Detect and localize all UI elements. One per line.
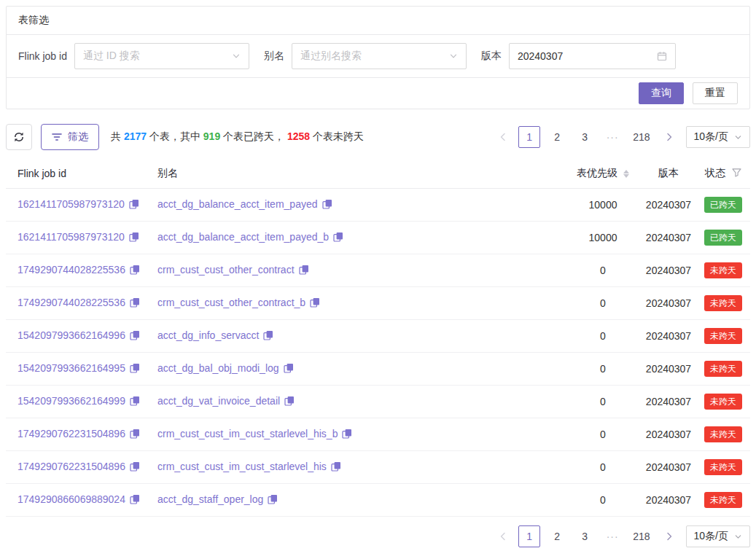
- copy-icon[interactable]: [130, 265, 140, 277]
- next-page-button[interactable]: [660, 126, 680, 148]
- copy-icon[interactable]: [263, 331, 273, 343]
- copy-icon[interactable]: [322, 200, 332, 211]
- table-stats: 共 2177 个表，其中 919 个表已跨天， 1258 个表未跨天: [111, 130, 364, 144]
- version-cell: 20240307: [641, 189, 696, 222]
- alias-link[interactable]: acct_dg_bal_obj_modi_log: [157, 362, 279, 374]
- copy-icon[interactable]: [268, 495, 278, 507]
- page-size-select[interactable]: 10条/页: [686, 126, 750, 148]
- copy-icon[interactable]: [130, 396, 140, 408]
- prev-page-button[interactable]: [492, 126, 513, 148]
- search-button[interactable]: 查询: [639, 82, 684, 104]
- page-button-1[interactable]: 1: [518, 126, 540, 148]
- flink-job-id-link[interactable]: 1542097993662164996: [17, 329, 125, 341]
- status-cell: 已跨天: [696, 189, 750, 222]
- flink-job-id-link[interactable]: 1749290762231504896: [17, 428, 125, 439]
- version-input[interactable]: [518, 50, 657, 62]
- copy-icon[interactable]: [129, 232, 139, 244]
- filter-card-title: 表筛选: [7, 7, 749, 35]
- stats-total-count: 2177: [124, 130, 147, 142]
- copy-icon[interactable]: [130, 298, 140, 310]
- status-cell: 未跨天: [696, 254, 750, 287]
- page-list: 123···218: [518, 525, 653, 547]
- table-header-row: Flink job id 别名 表优先级 版本 状态: [6, 159, 750, 189]
- priority-cell: 0: [565, 386, 641, 418]
- page-button-2[interactable]: 2: [546, 126, 568, 148]
- table-row: 1749290762231504896 crm_cust_cust_im_cus…: [6, 418, 750, 451]
- page-size-select[interactable]: 10条/页: [686, 525, 750, 547]
- status-cell: 未跨天: [696, 353, 750, 386]
- status-header-label: 状态: [705, 167, 725, 180]
- table-row: 1542097993662164995 acct_dg_bal_obj_modi…: [6, 353, 750, 386]
- stats-uncrossed-count: 1258: [287, 130, 310, 142]
- copy-icon[interactable]: [299, 265, 309, 277]
- alias-link[interactable]: acct_dg_balance_acct_item_payed: [157, 198, 318, 210]
- pagination-bottom: 123···218 10条/页: [492, 525, 750, 547]
- status-cell: 未跨天: [696, 320, 750, 353]
- column-header-priority: 表优先级: [565, 159, 641, 189]
- copy-icon[interactable]: [331, 462, 341, 474]
- copy-icon[interactable]: [130, 462, 140, 474]
- table-body: 1621411705987973120 acct_dg_balance_acct…: [6, 189, 750, 517]
- next-page-button[interactable]: [660, 525, 680, 547]
- copy-icon[interactable]: [130, 364, 140, 375]
- reset-button[interactable]: 重置: [693, 82, 738, 104]
- page-button-3[interactable]: 3: [574, 126, 596, 148]
- alias-link[interactable]: acct_dg_staff_oper_log: [157, 493, 263, 505]
- copy-icon[interactable]: [130, 331, 140, 343]
- alias-link[interactable]: acct_dg_balance_acct_item_payed_b: [157, 231, 329, 243]
- priority-cell: 0: [565, 287, 641, 320]
- sort-icon[interactable]: [623, 170, 629, 178]
- copy-icon[interactable]: [130, 495, 140, 507]
- version-date-picker[interactable]: [509, 43, 676, 69]
- copy-icon[interactable]: [130, 429, 140, 441]
- flink-job-id-link[interactable]: 1749290744028225536: [17, 297, 125, 308]
- copy-icon[interactable]: [310, 298, 320, 310]
- status-badge: 已跨天: [704, 230, 742, 246]
- status-badge: 未跨天: [704, 328, 742, 344]
- copy-icon[interactable]: [129, 200, 139, 211]
- page-size-label: 10条/页: [694, 130, 728, 144]
- page-button-1[interactable]: 1: [518, 525, 540, 547]
- version-cell: 20240307: [641, 386, 696, 418]
- flink-job-id-link[interactable]: 1621411705987973120: [17, 231, 125, 243]
- alias-link[interactable]: crm_cust_cust_im_cust_starlevel_his_b: [157, 428, 338, 439]
- flink-job-id-link[interactable]: 1542097993662164999: [17, 395, 125, 407]
- flink-job-id-link[interactable]: 1542097993662164995: [17, 362, 125, 374]
- flink-job-id-link[interactable]: 1621411705987973120: [17, 198, 125, 210]
- copy-icon[interactable]: [342, 429, 352, 441]
- alias-link[interactable]: acct_dg_info_servacct: [157, 329, 259, 341]
- copy-icon[interactable]: [284, 396, 295, 408]
- chevron-down-icon: [232, 52, 241, 60]
- flink-job-id-link[interactable]: 1749290744028225536: [17, 264, 125, 275]
- priority-cell: 0: [565, 320, 641, 353]
- prev-page-button[interactable]: [492, 525, 513, 547]
- page-button-3[interactable]: 3: [574, 525, 596, 547]
- toolbar: 筛选 共 2177 个表，其中 919 个表已跨天， 1258 个表未跨天 12…: [6, 124, 750, 150]
- copy-icon[interactable]: [284, 364, 294, 375]
- version-cell: 20240307: [641, 484, 696, 517]
- alias-link[interactable]: acct_dg_vat_invoice_detail: [157, 395, 280, 407]
- alias-link[interactable]: crm_cust_cust_im_cust_starlevel_his: [157, 461, 327, 472]
- flink-job-id-link[interactable]: 1749290762231504896: [17, 461, 125, 472]
- stats-text: 个表已跨天，: [220, 130, 287, 142]
- flink-job-id-link[interactable]: 1749290866069889024: [17, 493, 125, 505]
- page-button-2[interactable]: 2: [546, 525, 568, 547]
- flink-job-id-select[interactable]: 通过 ID 搜索: [74, 43, 249, 69]
- column-header-alias: 别名: [152, 159, 565, 189]
- copy-icon[interactable]: [333, 232, 343, 244]
- filter-toggle-button[interactable]: 筛选: [41, 124, 99, 150]
- alias-select[interactable]: 通过别名搜索: [292, 43, 467, 69]
- version-cell: 20240307: [641, 353, 696, 386]
- status-cell: 未跨天: [696, 484, 750, 517]
- filter-footer: 查询 重置: [7, 77, 749, 109]
- bottom-bar: 123···218 10条/页: [6, 525, 750, 547]
- alias-link[interactable]: crm_cust_cust_other_contract_b: [157, 297, 305, 308]
- version-cell: 20240307: [641, 320, 696, 353]
- table-row: 1749290762231504896 crm_cust_cust_im_cus…: [6, 451, 750, 484]
- version-cell: 20240307: [641, 418, 696, 451]
- page-button-218[interactable]: 218: [629, 126, 653, 148]
- refresh-button[interactable]: [6, 124, 32, 150]
- alias-link[interactable]: crm_cust_cust_other_contract: [157, 264, 295, 275]
- filter-funnel-icon[interactable]: [732, 168, 741, 179]
- page-button-218[interactable]: 218: [629, 525, 653, 547]
